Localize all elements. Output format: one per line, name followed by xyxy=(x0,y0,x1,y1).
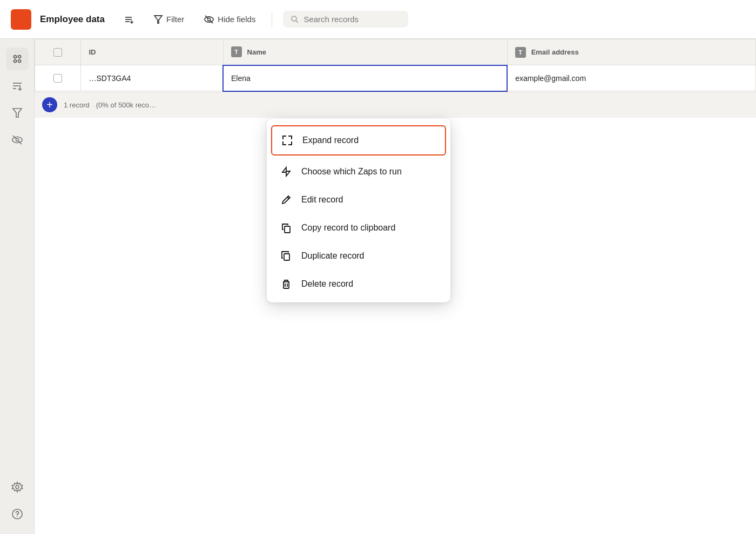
menu-item-zaps[interactable]: Choose which Zaps to run xyxy=(267,158,450,186)
th-checkbox xyxy=(35,39,81,65)
duplicate-icon xyxy=(280,249,293,262)
svg-point-14 xyxy=(18,60,21,63)
table-footer: + 1 record (0% of 500k reco… xyxy=(35,92,756,118)
copy-icon xyxy=(280,221,293,234)
sort-icon xyxy=(11,80,23,92)
table-header-row: ID T Name T Email addres xyxy=(35,39,756,65)
svg-point-8 xyxy=(208,18,211,21)
row-checkbox[interactable] xyxy=(53,74,62,83)
add-record-button[interactable]: + xyxy=(42,97,57,112)
menu-duplicate-label: Duplicate record xyxy=(301,251,364,261)
sidebar xyxy=(0,39,35,534)
cell-email: example@gmail.com xyxy=(515,74,586,83)
svg-point-11 xyxy=(14,56,16,58)
svg-rect-30 xyxy=(284,282,289,288)
filter-icon xyxy=(153,15,163,24)
svg-marker-26 xyxy=(282,167,290,176)
svg-point-12 xyxy=(18,56,21,58)
menu-zaps-label: Choose which Zaps to run xyxy=(301,167,402,177)
select-all-checkbox[interactable] xyxy=(53,48,62,57)
cell-id: …SDT3GA4 xyxy=(89,74,131,83)
filter-button[interactable]: Filter xyxy=(148,11,190,28)
svg-marker-5 xyxy=(154,16,162,23)
record-count: 1 record xyxy=(64,101,90,109)
svg-line-10 xyxy=(296,21,298,23)
svg-point-23 xyxy=(16,485,19,489)
sidebar-item-hide[interactable] xyxy=(6,129,29,151)
menu-expand-label: Expand record xyxy=(302,136,359,145)
th-name-type: T xyxy=(231,46,242,57)
th-id-label: ID xyxy=(89,48,96,56)
menu-delete-label: Delete record xyxy=(301,279,353,289)
add-fields-button[interactable] xyxy=(118,11,139,28)
search-icon xyxy=(291,15,299,24)
td-email[interactable]: example@gmail.com xyxy=(507,65,755,91)
cell-name: Elena xyxy=(231,74,251,83)
menu-item-duplicate[interactable]: Duplicate record xyxy=(267,242,450,270)
search-input[interactable] xyxy=(303,15,401,24)
table-row: …SDT3GA4 Elena example@gmail.com xyxy=(35,65,756,91)
svg-point-25 xyxy=(17,516,18,517)
svg-line-27 xyxy=(287,197,289,199)
delete-icon xyxy=(280,278,293,290)
td-name[interactable]: Elena xyxy=(223,65,507,91)
hide-fields-icon xyxy=(204,14,214,25)
hide-sidebar-icon xyxy=(11,134,23,146)
expand-icon xyxy=(281,134,294,147)
data-table: ID T Name T Email addres xyxy=(35,39,756,92)
layout: ID T Name T Email addres xyxy=(0,39,756,534)
menu-edit-label: Edit record xyxy=(301,195,343,205)
th-name-label: Name xyxy=(247,48,266,56)
filter-label: Filter xyxy=(166,15,184,24)
edit-icon xyxy=(280,193,293,206)
svg-point-22 xyxy=(16,139,18,141)
settings-icon xyxy=(11,481,23,493)
sidebar-item-settings[interactable] xyxy=(6,476,29,498)
topbar: Employee data Filter Hide fields xyxy=(0,0,756,39)
context-menu: Expand record Choose which Zaps to run xyxy=(267,119,450,302)
topbar-divider xyxy=(272,12,272,27)
hide-fields-button[interactable]: Hide fields xyxy=(198,11,261,28)
th-name[interactable]: T Name xyxy=(223,39,507,65)
td-id[interactable]: …SDT3GA4 xyxy=(81,65,223,91)
menu-item-edit[interactable]: Edit record xyxy=(267,186,450,214)
sidebar-item-sort[interactable] xyxy=(6,75,29,97)
apps-icon xyxy=(11,53,23,65)
th-email-label: Email address xyxy=(531,48,579,56)
svg-marker-19 xyxy=(13,109,22,117)
record-subtext: (0% of 500k reco… xyxy=(96,101,156,109)
svg-rect-29 xyxy=(284,254,289,260)
add-fields-icon xyxy=(123,14,134,25)
menu-copy-label: Copy record to clipboard xyxy=(301,223,395,233)
hide-fields-label: Hide fields xyxy=(218,15,255,24)
help-icon xyxy=(11,508,23,520)
sidebar-item-help[interactable] xyxy=(6,503,29,525)
app-title: Employee data xyxy=(40,14,105,25)
th-email-type: T xyxy=(515,47,526,58)
th-id[interactable]: ID xyxy=(81,39,223,65)
svg-point-9 xyxy=(292,16,296,21)
search-box xyxy=(283,11,408,28)
th-email[interactable]: T Email address xyxy=(507,39,755,65)
svg-point-13 xyxy=(14,60,16,63)
sidebar-item-filter[interactable] xyxy=(6,102,29,124)
svg-rect-28 xyxy=(285,226,290,233)
td-checkbox xyxy=(35,65,81,91)
sidebar-item-apps[interactable] xyxy=(6,48,29,70)
menu-item-copy[interactable]: Copy record to clipboard xyxy=(267,214,450,242)
main-content: ID T Name T Email addres xyxy=(35,39,756,534)
filter-sidebar-icon xyxy=(12,107,23,118)
menu-item-expand[interactable]: Expand record xyxy=(271,125,446,156)
app-logo xyxy=(11,9,31,30)
menu-item-delete[interactable]: Delete record xyxy=(267,270,450,298)
zaps-icon xyxy=(280,165,293,178)
